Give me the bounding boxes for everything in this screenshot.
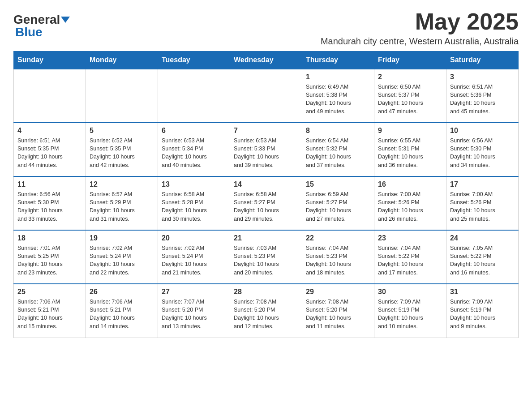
col-header-sunday: Sunday bbox=[14, 51, 86, 69]
day-number: 3 bbox=[450, 73, 515, 81]
day-number: 31 bbox=[450, 288, 515, 296]
day-info: Sunrise: 6:56 AM Sunset: 5:30 PM Dayligh… bbox=[450, 137, 515, 169]
day-info: Sunrise: 7:00 AM Sunset: 5:26 PM Dayligh… bbox=[378, 190, 442, 223]
table-row: 13Sunrise: 6:58 AM Sunset: 5:28 PM Dayli… bbox=[158, 176, 230, 230]
subtitle: Mandurah city centre, Western Australia,… bbox=[321, 36, 519, 47]
table-row: 9Sunrise: 6:55 AM Sunset: 5:31 PM Daylig… bbox=[374, 123, 446, 176]
table-row: 30Sunrise: 7:09 AM Sunset: 5:19 PM Dayli… bbox=[374, 284, 446, 338]
day-info: Sunrise: 7:06 AM Sunset: 5:21 PM Dayligh… bbox=[90, 298, 154, 330]
day-info: Sunrise: 7:04 AM Sunset: 5:22 PM Dayligh… bbox=[378, 244, 442, 277]
table-row: 14Sunrise: 6:58 AM Sunset: 5:27 PM Dayli… bbox=[230, 176, 302, 230]
day-info: Sunrise: 7:08 AM Sunset: 5:20 PM Dayligh… bbox=[234, 298, 298, 330]
calendar-week-1: 1Sunrise: 6:49 AM Sunset: 5:38 PM Daylig… bbox=[14, 69, 519, 123]
table-row: 20Sunrise: 7:02 AM Sunset: 5:24 PM Dayli… bbox=[158, 230, 230, 284]
calendar-week-3: 11Sunrise: 6:56 AM Sunset: 5:30 PM Dayli… bbox=[14, 176, 519, 230]
table-row: 21Sunrise: 7:03 AM Sunset: 5:23 PM Dayli… bbox=[230, 230, 302, 284]
table-row: 22Sunrise: 7:04 AM Sunset: 5:23 PM Dayli… bbox=[302, 230, 374, 284]
table-row: 15Sunrise: 6:59 AM Sunset: 5:27 PM Dayli… bbox=[302, 176, 374, 230]
logo-triangle-icon bbox=[61, 17, 70, 23]
table-row: 31Sunrise: 7:09 AM Sunset: 5:19 PM Dayli… bbox=[446, 284, 519, 338]
table-row bbox=[86, 69, 158, 123]
day-number: 16 bbox=[378, 180, 442, 188]
table-row: 26Sunrise: 7:06 AM Sunset: 5:21 PM Dayli… bbox=[86, 284, 158, 338]
table-row: 24Sunrise: 7:05 AM Sunset: 5:22 PM Dayli… bbox=[446, 230, 519, 284]
day-info: Sunrise: 6:56 AM Sunset: 5:30 PM Dayligh… bbox=[17, 190, 82, 223]
day-number: 2 bbox=[378, 73, 442, 81]
table-row: 5Sunrise: 6:52 AM Sunset: 5:35 PM Daylig… bbox=[86, 123, 158, 176]
day-info: Sunrise: 6:52 AM Sunset: 5:35 PM Dayligh… bbox=[90, 137, 154, 169]
day-info: Sunrise: 6:53 AM Sunset: 5:33 PM Dayligh… bbox=[234, 137, 298, 169]
day-number: 15 bbox=[306, 180, 370, 188]
day-number: 1 bbox=[306, 73, 370, 81]
calendar-table: SundayMondayTuesdayWednesdayThursdayFrid… bbox=[13, 51, 519, 338]
day-info: Sunrise: 6:51 AM Sunset: 5:36 PM Dayligh… bbox=[450, 83, 515, 116]
day-info: Sunrise: 6:58 AM Sunset: 5:28 PM Dayligh… bbox=[162, 190, 226, 223]
day-number: 19 bbox=[90, 234, 154, 242]
table-row: 19Sunrise: 7:02 AM Sunset: 5:24 PM Dayli… bbox=[86, 230, 158, 284]
day-info: Sunrise: 7:03 AM Sunset: 5:23 PM Dayligh… bbox=[234, 244, 298, 277]
calendar-week-2: 4Sunrise: 6:51 AM Sunset: 5:35 PM Daylig… bbox=[14, 123, 519, 176]
day-number: 24 bbox=[450, 234, 515, 242]
table-row: 18Sunrise: 7:01 AM Sunset: 5:25 PM Dayli… bbox=[14, 230, 86, 284]
title-block: May 2025 Mandurah city centre, Western A… bbox=[321, 9, 519, 47]
day-info: Sunrise: 6:53 AM Sunset: 5:34 PM Dayligh… bbox=[162, 137, 226, 169]
day-info: Sunrise: 6:54 AM Sunset: 5:32 PM Dayligh… bbox=[306, 137, 370, 169]
day-info: Sunrise: 7:02 AM Sunset: 5:24 PM Dayligh… bbox=[90, 244, 154, 277]
day-info: Sunrise: 6:55 AM Sunset: 5:31 PM Dayligh… bbox=[378, 137, 442, 169]
day-info: Sunrise: 7:01 AM Sunset: 5:25 PM Dayligh… bbox=[17, 244, 82, 277]
page-header: General Blue May 2025 Mandurah city cent… bbox=[13, 9, 519, 47]
table-row bbox=[14, 69, 86, 123]
day-info: Sunrise: 7:04 AM Sunset: 5:23 PM Dayligh… bbox=[306, 244, 370, 277]
day-info: Sunrise: 6:57 AM Sunset: 5:29 PM Dayligh… bbox=[90, 190, 154, 223]
table-row: 11Sunrise: 6:56 AM Sunset: 5:30 PM Dayli… bbox=[14, 176, 86, 230]
day-number: 8 bbox=[306, 127, 370, 135]
table-row: 4Sunrise: 6:51 AM Sunset: 5:35 PM Daylig… bbox=[14, 123, 86, 176]
day-info: Sunrise: 7:08 AM Sunset: 5:20 PM Dayligh… bbox=[306, 298, 370, 330]
table-row: 3Sunrise: 6:51 AM Sunset: 5:36 PM Daylig… bbox=[446, 69, 519, 123]
table-row bbox=[158, 69, 230, 123]
day-info: Sunrise: 7:00 AM Sunset: 5:26 PM Dayligh… bbox=[450, 190, 515, 223]
day-number: 28 bbox=[234, 288, 298, 296]
day-number: 30 bbox=[378, 288, 442, 296]
day-number: 22 bbox=[306, 234, 370, 242]
table-row: 28Sunrise: 7:08 AM Sunset: 5:20 PM Dayli… bbox=[230, 284, 302, 338]
day-number: 25 bbox=[17, 288, 82, 296]
day-number: 13 bbox=[162, 180, 226, 188]
day-info: Sunrise: 6:51 AM Sunset: 5:35 PM Dayligh… bbox=[17, 137, 82, 169]
day-number: 29 bbox=[306, 288, 370, 296]
col-header-tuesday: Tuesday bbox=[158, 51, 230, 69]
calendar-header-row: SundayMondayTuesdayWednesdayThursdayFrid… bbox=[14, 51, 519, 69]
month-title: May 2025 bbox=[321, 9, 519, 34]
logo-general: General bbox=[13, 13, 60, 26]
day-number: 20 bbox=[162, 234, 226, 242]
col-header-wednesday: Wednesday bbox=[230, 51, 302, 69]
day-number: 9 bbox=[378, 127, 442, 135]
table-row: 6Sunrise: 6:53 AM Sunset: 5:34 PM Daylig… bbox=[158, 123, 230, 176]
col-header-friday: Friday bbox=[374, 51, 446, 69]
table-row: 12Sunrise: 6:57 AM Sunset: 5:29 PM Dayli… bbox=[86, 176, 158, 230]
day-number: 4 bbox=[17, 127, 82, 135]
day-number: 14 bbox=[234, 180, 298, 188]
table-row: 7Sunrise: 6:53 AM Sunset: 5:33 PM Daylig… bbox=[230, 123, 302, 176]
col-header-thursday: Thursday bbox=[302, 51, 374, 69]
day-number: 11 bbox=[17, 180, 82, 188]
table-row bbox=[230, 69, 302, 123]
table-row: 25Sunrise: 7:06 AM Sunset: 5:21 PM Dayli… bbox=[14, 284, 86, 338]
calendar-week-4: 18Sunrise: 7:01 AM Sunset: 5:25 PM Dayli… bbox=[14, 230, 519, 284]
table-row: 8Sunrise: 6:54 AM Sunset: 5:32 PM Daylig… bbox=[302, 123, 374, 176]
day-info: Sunrise: 7:09 AM Sunset: 5:19 PM Dayligh… bbox=[378, 298, 442, 330]
day-number: 5 bbox=[90, 127, 154, 135]
day-number: 26 bbox=[90, 288, 154, 296]
table-row: 16Sunrise: 7:00 AM Sunset: 5:26 PM Dayli… bbox=[374, 176, 446, 230]
table-row: 10Sunrise: 6:56 AM Sunset: 5:30 PM Dayli… bbox=[446, 123, 519, 176]
table-row: 2Sunrise: 6:50 AM Sunset: 5:37 PM Daylig… bbox=[374, 69, 446, 123]
logo: General Blue bbox=[13, 9, 70, 39]
day-info: Sunrise: 6:58 AM Sunset: 5:27 PM Dayligh… bbox=[234, 190, 298, 223]
table-row: 23Sunrise: 7:04 AM Sunset: 5:22 PM Dayli… bbox=[374, 230, 446, 284]
day-number: 7 bbox=[234, 127, 298, 135]
day-number: 17 bbox=[450, 180, 515, 188]
day-number: 6 bbox=[162, 127, 226, 135]
day-info: Sunrise: 6:50 AM Sunset: 5:37 PM Dayligh… bbox=[378, 83, 442, 116]
day-number: 21 bbox=[234, 234, 298, 242]
day-number: 23 bbox=[378, 234, 442, 242]
